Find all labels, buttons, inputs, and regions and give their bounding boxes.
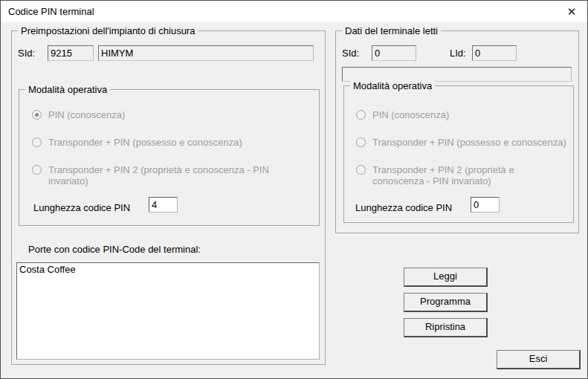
left-sid-field: 9215 [48, 45, 94, 61]
right-pin-length-label: Lunghezza codice PIN [355, 202, 452, 213]
right-radio-transponder-pin-icon [356, 137, 366, 147]
list-item[interactable]: Costa Coffee [17, 263, 319, 276]
right-radio-pin-icon [356, 110, 366, 120]
close-icon[interactable]: ✕ [560, 1, 583, 22]
left-name-field: HIMYM [98, 45, 314, 61]
left-radio-transponder-pin2-icon [32, 165, 42, 175]
right-lid-label: LId: [450, 48, 466, 59]
program-button[interactable]: Programma [404, 293, 488, 312]
right-radio-pin-label: PIN (conoscenza) [372, 109, 449, 120]
doors-listbox[interactable]: Costa Coffee [16, 262, 320, 360]
group-terminal-data-read-title: Dati del terminale letti [342, 25, 441, 36]
group-lock-system-presets-title: Preimpostazioni dell'impianto di chiusur… [18, 25, 198, 36]
group-lock-system-presets: Preimpostazioni dell'impianto di chiusur… [11, 30, 326, 365]
titlebar: Codice PIN terminal ✕ [1, 1, 587, 22]
left-radio-transponder-pin-label: Transponder + PIN (possesso e conoscenza… [48, 137, 242, 148]
right-radio-transponder-pin2-label: Transponder + PIN 2 (proprietà e conosce… [372, 164, 564, 187]
left-radio-row-transponder-pin2: Transponder + PIN 2 (proprietà e conosce… [32, 164, 288, 187]
left-radio-pin-label: PIN (conoscenza) [48, 109, 125, 120]
left-sid-label: SId: [18, 48, 35, 59]
right-radio-transponder-pin2-icon [356, 165, 366, 175]
right-lid-field: 0 [472, 45, 517, 61]
left-radio-row-pin: PIN (conoscenza) [32, 109, 300, 120]
exit-button[interactable]: Esci [497, 350, 581, 369]
left-radio-row-transponder-pin: Transponder + PIN (possesso e conoscenza… [32, 137, 300, 148]
group-left-operating-mode: Modalità operativa PIN (conoscenza) Tran… [19, 89, 320, 226]
group-right-operating-mode: Modalità operativa PIN (conoscenza) Tran… [343, 85, 574, 223]
right-sid-label: SId: [342, 48, 359, 59]
right-radio-row-transponder-pin2: Transponder + PIN 2 (proprietà e conosce… [356, 164, 568, 187]
right-sid-field: 0 [372, 45, 416, 61]
left-radio-transponder-pin-icon [32, 137, 42, 147]
left-pin-length-label: Lunghezza codice PIN [33, 202, 130, 213]
pin-terminal-dialog: Codice PIN terminal ✕ Preimpostazioni de… [0, 0, 588, 379]
window-title: Codice PIN terminal [8, 1, 94, 22]
right-radio-row-transponder-pin: Transponder + PIN (possesso e conoscenza… [356, 137, 568, 148]
left-pin-length-input[interactable]: 4 [149, 197, 178, 213]
right-radio-row-pin: PIN (conoscenza) [356, 109, 564, 120]
restore-button[interactable]: Ripristina [404, 318, 488, 337]
read-button[interactable]: Leggi [404, 268, 488, 287]
left-radio-pin-icon [32, 110, 42, 120]
right-radio-transponder-pin-label: Transponder + PIN (possesso e conoscenza… [372, 137, 566, 148]
left-radio-transponder-pin2-label: Transponder + PIN 2 (proprietà e conosce… [48, 164, 282, 187]
right-pin-length-input[interactable]: 0 [471, 197, 500, 213]
right-extra-field [342, 67, 572, 82]
group-right-operating-mode-title: Modalità operativa [350, 80, 435, 91]
doors-list-label: Porte con codice PIN-Code del terminal: [28, 244, 201, 255]
group-terminal-data-read: Dati del terminale letti SId: 0 LId: 0 M… [335, 30, 579, 233]
group-left-operating-mode-title: Modalità operativa [25, 84, 110, 95]
